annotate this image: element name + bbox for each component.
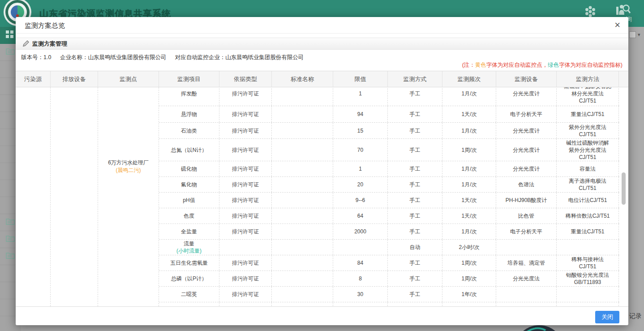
cell-freq: 1月/次 bbox=[442, 177, 496, 192]
cell-method bbox=[557, 287, 619, 302]
table-body: 6万方污水处理厂 (晨鸣二污) 挥发酚排污许可证1手工1月/次分光光度计蒸馏后4… bbox=[16, 87, 628, 307]
section-title: 监测方案管理 bbox=[32, 40, 67, 48]
cell-freq: 1月/次 bbox=[442, 161, 496, 176]
caret-down-icon: ▾ bbox=[638, 32, 640, 38]
table-row: 全盐量排污许可证2000手工1月/次电子分析天平重量法CJ/T51 bbox=[159, 224, 619, 240]
cell-standard bbox=[272, 177, 333, 192]
column-header: 监测方法 bbox=[557, 71, 619, 87]
table-row: 流量(小时流量)自动2小时/次 bbox=[159, 240, 619, 255]
column-header: 限值 bbox=[333, 71, 388, 87]
table-row: 挥发酚排污许可证1手工1月/次分光光度计蒸馏后4-氨基安替比 林分光光度法 CJ… bbox=[159, 87, 619, 106]
cell-item: 二噁英 bbox=[159, 287, 219, 302]
table-row: 氟化物排污许可证20手工1月/次色谱法离子选择电极法 CL/T51 bbox=[159, 177, 619, 193]
folder-icon bbox=[6, 218, 15, 227]
cell-freq: 2小时/次 bbox=[442, 240, 496, 255]
cell-mode: 手工 bbox=[388, 287, 442, 302]
cell-method: 稀释与接种法 CJ/T51 bbox=[557, 255, 619, 271]
yellow-legend: 黄色 bbox=[475, 62, 486, 68]
table-row-empty bbox=[159, 302, 619, 306]
cell-device bbox=[496, 240, 557, 255]
column-header: 排放设备 bbox=[51, 71, 98, 87]
floating-help-circle[interactable] bbox=[514, 325, 564, 331]
cell-basis: 排污许可证 bbox=[219, 193, 272, 208]
checkbox-icon bbox=[629, 31, 636, 38]
discharge-device-column bbox=[51, 87, 98, 306]
cell-item: 悬浮物 bbox=[159, 106, 219, 122]
dropdown-remnant[interactable]: ▾ bbox=[629, 30, 644, 39]
monitoring-plan-modal: 监测方案总览 × 监测方案管理 版本号：1.0 企业名称：山东晨鸣纸业集团股份有… bbox=[16, 17, 628, 325]
close-icon[interactable]: × bbox=[614, 20, 620, 30]
cell-limit: 1 bbox=[333, 161, 388, 176]
cell-method: 稀释倍数法CJ/T51 bbox=[557, 208, 619, 224]
cell-limit: 9--6 bbox=[333, 193, 388, 208]
company-label: 企业名称： bbox=[60, 54, 88, 60]
cell-device: 分光光度计 bbox=[496, 139, 557, 161]
cell-item: 流量(小时流量) bbox=[159, 240, 219, 255]
cell-limit: 64 bbox=[333, 208, 388, 224]
cell-method: 紫外分光光度法 CJ/T51 bbox=[557, 123, 619, 138]
cell-limit: 8 bbox=[333, 271, 388, 286]
cell-standard bbox=[272, 208, 333, 224]
monitor-point-name: 6万方污水处理厂 bbox=[98, 159, 159, 167]
cell-mode: 手工 bbox=[388, 255, 442, 271]
table-scrollbar-track bbox=[619, 87, 628, 306]
cell-freq: 1天/次 bbox=[442, 106, 496, 122]
cell-mode: 手工 bbox=[388, 161, 442, 176]
modal-titlebar: 监测方案总览 × bbox=[16, 17, 628, 34]
cell-freq: 1天/次 bbox=[442, 193, 496, 208]
cell-empty bbox=[442, 302, 496, 306]
cell-mode: 手工 bbox=[388, 177, 442, 192]
cell-basis: 排污许可证 bbox=[219, 161, 272, 176]
cell-device: 比色管 bbox=[496, 208, 557, 224]
version-label: 版本号： bbox=[21, 54, 43, 60]
scrollbar-thumb[interactable] bbox=[622, 172, 626, 205]
column-header: 监测方式 bbox=[388, 71, 442, 87]
auto-company-label: 对应自动监控企业： bbox=[175, 54, 226, 60]
column-header: 监测项目 bbox=[159, 71, 219, 87]
cell-basis: 排污许可证 bbox=[219, 177, 272, 192]
cell-basis: 排污许可证 bbox=[219, 139, 272, 161]
monitor-point-alias: (晨鸣二污) bbox=[98, 167, 159, 174]
cell-basis: 排污许可证 bbox=[219, 123, 272, 138]
cell-item: 石油类 bbox=[159, 123, 219, 138]
cell-mode: 手工 bbox=[388, 224, 442, 239]
cell-basis: 排污许可证 bbox=[219, 287, 272, 302]
cell-limit: 2000 bbox=[333, 224, 388, 239]
column-header: 监测频次 bbox=[442, 71, 496, 87]
table-row: 硫化物排污许可证1手工1月/次分光光度计容量法 bbox=[159, 161, 619, 177]
cell-mode: 手工 bbox=[388, 139, 442, 161]
cell-empty bbox=[219, 302, 272, 306]
cell-item: pH值 bbox=[159, 193, 219, 208]
pen-icon bbox=[22, 40, 29, 47]
close-button[interactable]: 关闭 bbox=[595, 311, 619, 323]
pollution-source-column bbox=[16, 87, 51, 306]
table-row: pH值排污许可证9--6手工1天/次PH-HJ90B酸度计电位计法CJ/T51 bbox=[159, 193, 619, 208]
column-header: 标准名称 bbox=[272, 71, 333, 87]
record-label[interactable]: 记录 bbox=[629, 312, 642, 320]
cell-mode: 手工 bbox=[388, 208, 442, 224]
cell-method: 钼酸铵分光光度法 GB/T11893 bbox=[557, 271, 619, 286]
cell-method: 重量法CJ/T51 bbox=[557, 224, 619, 239]
cell-item: 挥发酚 bbox=[159, 87, 219, 106]
cell-standard bbox=[272, 255, 333, 271]
cell-device: 分光光度计 bbox=[496, 161, 557, 176]
table-row: 总磷（以P计）排污许可证8手工1周/次分光光度法钼酸铵分光光度法 GB/T118… bbox=[159, 271, 619, 287]
cell-freq: 1周/次 bbox=[442, 255, 496, 271]
cell-standard bbox=[272, 224, 333, 239]
cell-item: 五日生化需氧量 bbox=[159, 255, 219, 271]
green-legend: 绿色 bbox=[548, 62, 559, 68]
cell-item: 总氮（以N计） bbox=[159, 139, 219, 161]
cell-limit: 15 bbox=[333, 123, 388, 138]
cell-mode: 手工 bbox=[388, 87, 442, 106]
cell-standard bbox=[272, 123, 333, 138]
cell-basis: 排污许可证 bbox=[219, 87, 272, 106]
cell-freq: 1周/次 bbox=[442, 271, 496, 286]
cell-device: 分光光度法 bbox=[496, 271, 557, 286]
modal-title: 监测方案总览 bbox=[25, 21, 65, 30]
cell-item: 总磷（以P计） bbox=[159, 271, 219, 286]
cell-standard bbox=[272, 139, 333, 161]
column-header-spacer bbox=[619, 71, 628, 87]
cell-limit: 94 bbox=[333, 106, 388, 122]
cell-standard bbox=[272, 240, 333, 255]
cell-standard bbox=[272, 271, 333, 286]
